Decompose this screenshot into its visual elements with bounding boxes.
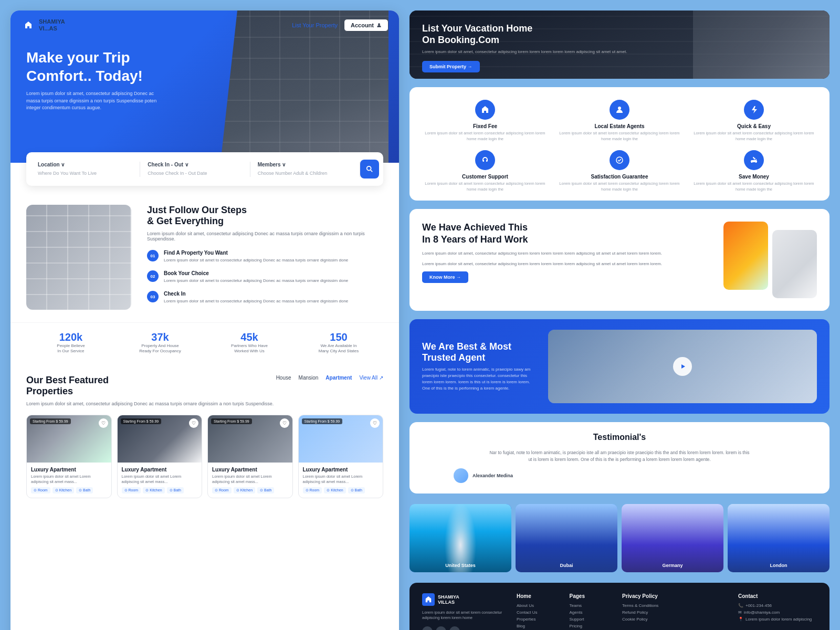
tab-house[interactable]: House — [276, 375, 291, 381]
stat-1: 120k People Believe In Our Service — [26, 331, 116, 354]
footer-link-agents[interactable]: Agents — [570, 610, 623, 615]
achievement-desc-1: Lorem ipsum dolor sit amet, consectetur … — [422, 250, 713, 257]
footer-link-blog[interactable]: Blog — [517, 624, 570, 628]
step-1-number: 01 — [147, 250, 159, 261]
feature-4-name: Customer Support — [462, 174, 508, 180]
members-field[interactable]: Members ∨ Choose Number Adult & Children — [250, 162, 360, 177]
checkin-placeholder: Choose Check In - Out Date — [148, 171, 207, 176]
members-label: Members ∨ — [258, 162, 352, 167]
footer-logo-text: SHAMIYA VILLAS — [438, 594, 459, 605]
feature-local-agents: Local Estate Agents Lorem ipsum dolor si… — [556, 100, 682, 142]
feature-1-name: Fixed Fee — [473, 123, 497, 129]
trusted-agent-card: We Are Best & Most Trusted Agent Lorem f… — [410, 319, 830, 414]
svg-point-5 — [755, 159, 757, 160]
listing-content: List Your Vacation Home On Booking.Com L… — [410, 10, 830, 79]
step-2-number: 02 — [147, 270, 159, 282]
footer-logo: SHAMIYA VILLAS — [422, 593, 506, 606]
prop-4-tag-kitchen: Kitchen — [324, 487, 345, 494]
footer-link-refund[interactable]: Refund Policy — [622, 610, 675, 615]
checkin-field[interactable]: Check In - Out ∨ Choose Check In - Out D… — [140, 162, 250, 177]
footer-link-terms[interactable]: Terms & Conditions — [622, 603, 675, 608]
prop-1-name: Luxury Apartment — [31, 467, 107, 472]
testimonials-card: Testimonial's Nar to fugiat, note to lor… — [410, 422, 830, 494]
prop-2-tag-bath: Bath — [167, 487, 184, 494]
twitter-icon[interactable]: t — [436, 626, 446, 631]
checkin-label: Check In - Out ∨ — [148, 162, 242, 167]
hero-title: Make your Trip Comfort.. Today! — [26, 48, 383, 85]
play-button[interactable] — [673, 357, 692, 376]
footer-link-support[interactable]: Support — [570, 617, 623, 622]
stat-4-label: We Are Available In Many City And States — [294, 343, 383, 354]
footer-phone: 📞 +001-234-456 — [738, 603, 817, 608]
us-landmark-image — [410, 504, 511, 572]
stat-1-label: People Believe In Our Service — [26, 343, 116, 354]
destination-london[interactable]: London — [728, 504, 830, 572]
svg-line-2 — [371, 170, 373, 172]
destination-germany[interactable]: Germany — [622, 504, 723, 572]
property-card-1: Starting From $ 59.99 ♡ Luxury Apartment… — [26, 415, 112, 498]
facebook-icon[interactable]: f — [422, 626, 433, 631]
logo-text: SHAMIYA VI...AS — [39, 18, 65, 32]
list-property-link[interactable]: List Your Property — [292, 22, 338, 28]
hero-content: Make your Trip Comfort.. Today! Lorem ip… — [10, 40, 399, 112]
footer-link-teams[interactable]: Teams — [570, 603, 623, 608]
prop-2-heart[interactable]: ♡ — [189, 418, 198, 428]
footer-link-cookie[interactable]: Cookie Policy — [622, 617, 675, 622]
view-all-button[interactable]: View All ↗ — [359, 375, 383, 381]
nav-right: List Your Property Account — [292, 19, 388, 32]
lightning-icon — [744, 100, 764, 120]
footer-card: SHAMIYA VILLAS Lorem ipsum dolor sit ame… — [410, 583, 830, 631]
steps-title: Just Follow Our Steps & Get Everything — [147, 205, 383, 227]
featured-title: Our Best Featured Properties — [26, 375, 109, 397]
hero-section: SHAMIYA VI...AS List Your Property Accou… — [10, 10, 399, 163]
hero-description: Lorem ipsum dolor sit amet, consectetur … — [26, 90, 163, 112]
footer-col-3-title: Privacy Policy — [622, 593, 675, 599]
search-button[interactable] — [360, 160, 379, 178]
footer-links: Home About Us Contact Us Properties Blog… — [517, 593, 728, 631]
linkedin-icon[interactable]: in — [449, 626, 460, 631]
stat-3-label: Partners Who Have Worked With Us — [205, 343, 294, 354]
prop-3-tag-room: Room — [212, 487, 232, 494]
prop-1-heart[interactable]: ♡ — [99, 418, 108, 428]
prop-3-name: Luxury Apartment — [212, 467, 288, 472]
stat-4: 150 We Are Available In Many City And St… — [294, 331, 383, 354]
prop-3-heart[interactable]: ♡ — [280, 418, 289, 428]
prop-4-tag-room: Room — [303, 487, 322, 494]
prop-3-tag-kitchen: Kitchen — [234, 487, 255, 494]
destination-dubai[interactable]: Dubai — [516, 504, 617, 572]
svg-point-0 — [378, 23, 380, 25]
submit-property-button[interactable]: Submit Property → — [422, 61, 480, 72]
tab-apartment[interactable]: Apartment — [326, 375, 352, 381]
footer-link-about[interactable]: About Us — [517, 603, 570, 608]
account-button[interactable]: Account — [344, 19, 388, 32]
know-more-button[interactable]: Know More → — [422, 271, 468, 283]
navbar: SHAMIYA VI...AS List Your Property Accou… — [10, 10, 399, 40]
logo-icon — [21, 18, 36, 33]
footer-link-properties[interactable]: Properties — [517, 617, 570, 622]
prop-1-badge: Starting From $ 59.99 — [30, 418, 71, 424]
feature-satisfaction: Satisfaction Guarantee Lorem ipsum dolor… — [556, 150, 682, 192]
footer-email: ✉ info@shamiya.com — [738, 610, 817, 615]
trusted-video[interactable] — [548, 330, 817, 403]
location-field[interactable]: Location ∨ Where Do You Want To Live — [30, 162, 140, 177]
destination-4-name: London — [728, 563, 830, 568]
feature-3-name: Quick & Easy — [737, 123, 771, 129]
feature-4-desc: Lorem ipsum dolor sit amet lorem consect… — [422, 181, 548, 192]
featured-description: Lorem ipsum dolor sit amet, consectetur … — [26, 401, 383, 406]
footer-link-contact[interactable]: Contact Us — [517, 610, 570, 615]
feature-quick-easy: Quick & Easy Lorem ipsum dolor sit amet … — [691, 100, 817, 142]
step-1-desc: Lorem ipsum dolor sit amet to consectetu… — [164, 257, 348, 263]
feature-fixed-fee: Fixed Fee Lorem ipsum dolor sit amet lor… — [422, 100, 548, 142]
achievement-card: We Have Achieved This In 8 Years of Hard… — [410, 209, 830, 311]
destination-1-name: United States — [410, 563, 511, 568]
destinations-row: United States Dubai Germany London — [410, 502, 830, 574]
footer-col-privacy: Privacy Policy Terms & Conditions Refund… — [622, 593, 675, 631]
location-placeholder: Where Do You Want To Live — [38, 171, 97, 176]
footer-link-pricing[interactable]: Pricing — [570, 624, 623, 628]
tab-mansion[interactable]: Mansion — [299, 375, 319, 381]
property-card-4: Starting From $ 59.99 ♡ Luxury Apartment… — [298, 415, 384, 498]
stats-row: 120k People Believe In Our Service 37k P… — [10, 322, 399, 363]
destination-united-states[interactable]: United States — [410, 504, 511, 572]
steps-image — [26, 205, 131, 310]
prop-4-heart[interactable]: ♡ — [370, 418, 380, 428]
